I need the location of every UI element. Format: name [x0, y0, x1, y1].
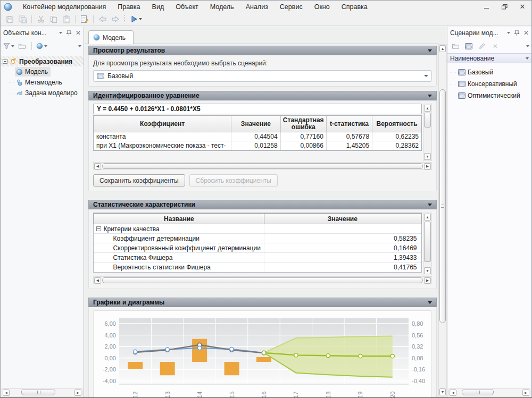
- scenario-name-column-header[interactable]: Наименование: [447, 53, 531, 63]
- toolbar-run-button[interactable]: [128, 14, 145, 25]
- collapse-expander-icon[interactable]: [3, 59, 7, 64]
- maximize-button[interactable]: [495, 1, 513, 13]
- vscroll-thumb[interactable]: [424, 113, 431, 128]
- scroll-down-button[interactable]: ▼: [424, 153, 431, 160]
- scroll-down-button[interactable]: ▼: [424, 267, 431, 274]
- table-row[interactable]: константа0,445040,771600,576780,62235: [94, 132, 421, 141]
- table-row[interactable]: Статистика Фишера1,39433: [94, 253, 421, 262]
- toolbar-forward-button[interactable]: [109, 14, 121, 25]
- scroll-left-button[interactable]: ◀: [450, 389, 456, 396]
- panel-menu-caret-icon[interactable]: [59, 32, 62, 34]
- scenario-folder-button[interactable]: [450, 41, 461, 52]
- charts-section-header[interactable]: Графики и диаграммы: [88, 298, 437, 307]
- menu-item[interactable]: Сервис: [274, 2, 309, 12]
- scenario-edit-button[interactable]: [476, 41, 488, 52]
- toolbar-save-button[interactable]: [4, 14, 16, 25]
- column-header[interactable]: Вероятность: [372, 116, 421, 132]
- table-cell: 0,62235: [372, 132, 421, 141]
- toolbar-back-button[interactable]: [96, 14, 109, 25]
- chart-panel: 6,004,002,000,00-2,00-4,000,800,560,320,…: [93, 310, 432, 397]
- folder-button[interactable]: [16, 41, 28, 52]
- group-row[interactable]: Критерии качества: [94, 224, 421, 234]
- scroll-up-button[interactable]: ▲: [439, 45, 446, 52]
- column-header[interactable]: t-статистика: [326, 116, 372, 132]
- toolbar-copy-button[interactable]: [47, 14, 60, 25]
- filter-button[interactable]: [3, 41, 14, 52]
- hscroll-thumb[interactable]: [102, 163, 423, 169]
- scroll-up-button[interactable]: ▲: [424, 214, 431, 221]
- tab-model[interactable]: Модель: [88, 30, 134, 44]
- column-header[interactable]: Значение: [264, 214, 421, 224]
- hscroll-thumb[interactable]: [462, 389, 494, 395]
- menu-item[interactable]: Вид: [146, 2, 170, 12]
- table-row[interactable]: Вероятность статистики Фишера0,41765: [94, 262, 421, 272]
- scenario-item-label: Консервативный: [468, 80, 517, 88]
- menu-item[interactable]: Окно: [309, 2, 336, 12]
- collapse-expander-icon[interactable]: [96, 226, 101, 231]
- minimize-button[interactable]: [477, 1, 495, 13]
- pin-icon[interactable]: [66, 30, 72, 36]
- panel-more-caret-icon[interactable]: [78, 45, 81, 47]
- close-button[interactable]: ✕: [513, 1, 531, 13]
- scroll-right-button[interactable]: ▶: [522, 389, 529, 396]
- menu-item[interactable]: Справка: [336, 2, 373, 12]
- menu-item[interactable]: Модель: [204, 2, 240, 12]
- scroll-right-button[interactable]: ▶: [74, 389, 81, 396]
- toolbar-save-all-button[interactable]: [16, 14, 29, 25]
- results-section-header[interactable]: Просмотр результатов: [88, 46, 437, 55]
- svg-text:6,00: 6,00: [105, 320, 116, 327]
- stats-section-header[interactable]: Статистические характеристики: [88, 200, 437, 209]
- scroll-up-button[interactable]: ▲: [424, 105, 431, 112]
- svg-text:2015: 2015: [229, 392, 235, 397]
- hscroll-thumb[interactable]: [102, 277, 423, 283]
- scroll-left-button[interactable]: ◀: [94, 163, 101, 170]
- column-header[interactable]: Значение: [231, 116, 280, 132]
- tree-item-modeling[interactable]: Задача моделиро: [1, 88, 84, 98]
- equation-field[interactable]: Y = 0.4450 + 0.0126*X1 - 0.0801*X5: [93, 104, 422, 114]
- tree-item-metamodel[interactable]: Метамодель: [1, 77, 84, 88]
- toolbar-paste-button[interactable]: [60, 14, 72, 25]
- scroll-left-button[interactable]: ◀: [3, 389, 10, 396]
- column-header[interactable]: Коэффициент: [94, 116, 231, 132]
- scroll-right-button[interactable]: ▶: [424, 163, 431, 170]
- table-row[interactable]: Скорректированный коэффициент детерминац…: [94, 243, 421, 253]
- vscroll-thumb[interactable]: [424, 222, 431, 262]
- scenario-item[interactable]: Консервативный: [447, 78, 531, 90]
- panel-close-icon[interactable]: ✕: [523, 30, 529, 36]
- reset-coefficients-button[interactable]: Сбросить коэффициенты: [189, 174, 278, 187]
- toolbar-cut-button[interactable]: [35, 14, 47, 25]
- column-header[interactable]: Название: [94, 214, 264, 224]
- panel-menu-caret-icon[interactable]: [507, 32, 510, 34]
- scroll-down-button[interactable]: ▼: [439, 388, 446, 395]
- menu-item[interactable]: Объект: [170, 2, 204, 12]
- save-coefficients-button[interactable]: Сохранить коэффициенты: [93, 174, 185, 187]
- panel-more-caret-icon[interactable]: [526, 45, 529, 47]
- scenario-item[interactable]: Оптимистический: [447, 90, 531, 101]
- toolbar-edit-formula-button[interactable]: [78, 14, 90, 25]
- scroll-right-button[interactable]: ▶: [424, 277, 431, 284]
- collapse-caret-icon: [428, 49, 432, 52]
- menu-item[interactable]: Правка: [112, 2, 146, 12]
- table-row[interactable]: при X1 (Макроэкономические показа - тест…: [94, 141, 421, 150]
- menu-item[interactable]: Контейнер моделирования: [17, 2, 112, 12]
- scenario-delete-button[interactable]: ✕: [489, 41, 501, 52]
- tree-root-row[interactable]: Преобразования: [1, 56, 84, 66]
- scenario-combobox[interactable]: Базовый: [93, 70, 432, 82]
- equation-section-header[interactable]: Идентифицированное уравнение: [88, 91, 437, 100]
- panel-close-icon[interactable]: ✕: [76, 30, 81, 36]
- hscroll-thumb[interactable]: [21, 389, 55, 395]
- scenario-create-button[interactable]: [463, 41, 475, 52]
- menu-item[interactable]: Анализ: [240, 2, 274, 12]
- vscroll-thumb[interactable]: [439, 89, 446, 323]
- model-orb-icon: [93, 34, 100, 41]
- results-section: Просмотр результатов Для просмотра резул…: [88, 46, 437, 87]
- scroll-left-button[interactable]: ◀: [94, 277, 101, 284]
- model-type-button[interactable]: [36, 41, 47, 52]
- pin-icon[interactable]: [514, 30, 520, 36]
- scenario-item[interactable]: Базовый: [447, 66, 531, 78]
- column-header[interactable]: Стандартная ошибка: [280, 116, 326, 132]
- table-row[interactable]: Коэффициент детерминации0,58235: [94, 234, 421, 243]
- tree-item-model[interactable]: Модель: [1, 66, 84, 77]
- tab-model-label: Модель: [103, 34, 126, 41]
- main-vertical-scrollbar: ▲ ▼: [438, 44, 447, 396]
